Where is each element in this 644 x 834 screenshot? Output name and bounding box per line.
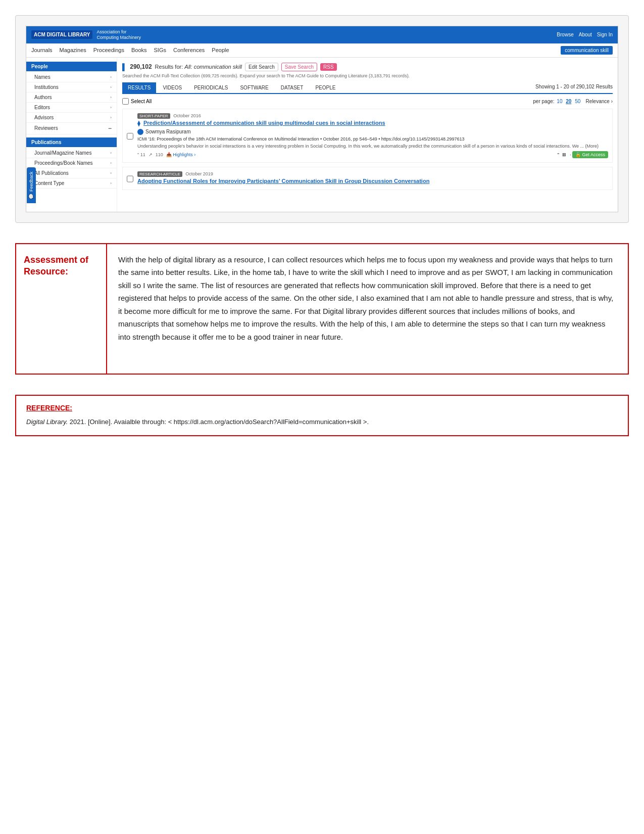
sort-label: Relevance xyxy=(586,99,610,104)
chevron-down-icon: › xyxy=(194,152,195,157)
access-buttons: " ⊞ · 🔓 Get Access xyxy=(558,151,608,158)
acm-logo-text: ACM DIGITAL LIBRARY xyxy=(34,32,90,37)
acm-main-results: ▌ 290,102 Results for: All: communicatio… xyxy=(117,58,618,212)
lock-icon: 🔓 xyxy=(575,152,581,157)
nav-books[interactable]: Books xyxy=(131,47,147,53)
save-search-button[interactable]: Save Search xyxy=(281,63,317,71)
showing-text: Showing 1 - 20 of 290,102 Results xyxy=(535,84,613,89)
highlights-link[interactable]: 📥 Highlights › xyxy=(166,152,196,157)
sidebar-item-reviewers[interactable]: Reviewers − xyxy=(26,123,117,134)
results-header: ▌ 290,102 Results for: All: communicatio… xyxy=(122,63,613,71)
per-page-50[interactable]: 50 xyxy=(575,99,580,104)
result-checkbox[interactable] xyxy=(127,172,133,186)
acm-mainnav: Journals Magazines Proceedings Books SIG… xyxy=(26,43,618,58)
sidebar-item-journal-magazine[interactable]: Journal/Magazine Names › xyxy=(26,148,117,158)
signin-link[interactable]: Sign In xyxy=(597,32,613,37)
result-type-date: RESEARCH-ARTICLE October 2019 xyxy=(137,171,608,176)
assessment-text-col: With the help of digital library as a re… xyxy=(107,244,628,374)
result-metrics: " 11 ↗ 110 📥 Highlights › xyxy=(137,152,195,157)
separator: · xyxy=(570,152,571,157)
tab-dataset[interactable]: DATASET xyxy=(275,82,309,93)
tab-software[interactable]: SOFTWARE xyxy=(234,82,274,93)
sidebar-item-all-publications[interactable]: All Publications › xyxy=(26,168,117,178)
highlights-icon: 📥 xyxy=(166,152,172,157)
result-body: SHORT-PAPER October 2016 ⧫ Prediction/As… xyxy=(137,113,608,159)
nav-magazines[interactable]: Magazines xyxy=(60,47,86,53)
about-link[interactable]: About xyxy=(579,32,592,37)
results-subtext: Searched the ACM Full-Text Collection (6… xyxy=(122,73,613,78)
tab-videos[interactable]: VIDEOS xyxy=(157,82,187,93)
acm-nav-right: Browse About Sign In xyxy=(557,32,613,37)
chevron-icon: › xyxy=(110,115,112,120)
reference-section: REFERENCE: Digital Library. 2021. [Onlin… xyxy=(15,395,629,437)
select-all-checkbox[interactable] xyxy=(122,98,129,105)
chevron-icon: › xyxy=(110,75,112,79)
assessment-title: Assessment of Resource: xyxy=(24,254,98,278)
chevron-icon: › xyxy=(110,181,112,186)
assessment-text: With the help of digital library as a re… xyxy=(118,253,617,344)
results-controls: Select All per page: 10 20 50 Relevance … xyxy=(122,98,613,105)
acm-logo-box: ACM DIGITAL LIBRARY xyxy=(31,30,92,39)
sidebar-item-institutions[interactable]: Institutions › xyxy=(26,82,117,92)
sidebar-item-advisors[interactable]: Advisors › xyxy=(26,113,117,123)
sidebar-item-content-type[interactable]: Content Type › xyxy=(26,178,117,189)
chevron-icon: › xyxy=(110,85,112,89)
result-title[interactable]: Adopting Functional Roles for Improving … xyxy=(137,178,608,184)
acm-sidebar: People Names › Institutions › Authors › … xyxy=(26,58,117,212)
result-type-badge: RESEARCH-ARTICLE xyxy=(137,171,182,177)
nav-conferences[interactable]: Conferences xyxy=(173,47,205,53)
tab-periodicals[interactable]: PERIODICALS xyxy=(188,82,233,93)
per-page-10[interactable]: 10 xyxy=(557,99,562,104)
nav-journals[interactable]: Journals xyxy=(31,47,53,53)
select-all-row: Select All xyxy=(122,98,152,105)
acm-content: People Names › Institutions › Authors › … xyxy=(26,58,618,212)
sidebar-item-proceedings-book[interactable]: Proceedings/Book Names › xyxy=(26,158,117,168)
nav-sigs[interactable]: SIGs xyxy=(154,47,166,53)
sort-chevron-icon: › xyxy=(611,99,613,104)
author-icon xyxy=(137,129,143,135)
get-access-button[interactable]: 🔓 Get Access xyxy=(572,151,608,158)
edit-search-button[interactable]: Edit Search xyxy=(245,63,278,71)
acm-topbar: ACM DIGITAL LIBRARY Association for Comp… xyxy=(26,26,618,43)
acm-mainnav-links: Journals Magazines Proceedings Books SIG… xyxy=(31,47,229,53)
nav-proceedings[interactable]: Proceedings xyxy=(93,47,124,53)
screenshot-container: ACM DIGITAL LIBRARY Association for Comp… xyxy=(15,15,629,223)
nav-people[interactable]: People xyxy=(212,47,229,53)
result-item: RESEARCH-ARTICLE October 2019 Adopting F… xyxy=(122,167,613,190)
acm-logo-subtext: Association for Computing Machinery xyxy=(96,29,141,40)
share-icon: ⊞ xyxy=(562,152,566,157)
browse-link[interactable]: Browse xyxy=(557,32,573,37)
feedback-button[interactable]: 💬 Feedback xyxy=(27,167,36,203)
result-footer: " 11 ↗ 110 📥 Highlights › " xyxy=(137,151,608,158)
results-tabs: RESULTS VIDEOS PERIODICALS SOFTWARE DATA… xyxy=(122,82,613,94)
result-type-date: SHORT-PAPER October 2016 xyxy=(137,113,608,118)
result-type-badge: SHORT-PAPER xyxy=(137,113,170,119)
search-badge: communication skill xyxy=(561,46,613,55)
assessment-label-col: Assessment of Resource: xyxy=(16,244,107,374)
sidebar-item-names[interactable]: Names › xyxy=(26,72,117,82)
tab-results[interactable]: RESULTS xyxy=(122,82,156,93)
chevron-icon: › xyxy=(110,151,112,155)
cite-count: " 11 xyxy=(137,152,145,157)
per-page-row: per page: 10 20 50 Relevance › xyxy=(533,99,613,104)
tab-people[interactable]: PEOPLE xyxy=(310,82,341,93)
sidebar-item-authors[interactable]: Authors › xyxy=(26,92,117,103)
result-author: Sowmya Rasipuram xyxy=(137,129,608,135)
per-page-20[interactable]: 20 xyxy=(566,99,571,104)
results-label: Results for: All: communication skill xyxy=(155,64,242,70)
rss-button[interactable]: RSS xyxy=(320,63,337,71)
sidebar-section-publications: Publications xyxy=(26,137,117,147)
reference-text: Digital Library. 2021. [Online]. Avaialb… xyxy=(26,417,618,428)
result-item: SHORT-PAPER October 2016 ⧫ Prediction/As… xyxy=(122,109,613,163)
chevron-icon: › xyxy=(110,95,112,100)
reference-title: REFERENCE: xyxy=(26,404,618,412)
select-all-label: Select All xyxy=(131,99,152,104)
read-icon: ↗ xyxy=(148,152,153,157)
chevron-icon: › xyxy=(110,171,112,175)
result-checkbox[interactable] xyxy=(127,114,133,159)
result-body: RESEARCH-ARTICLE October 2019 Adopting F… xyxy=(137,171,608,186)
assessment-section: Assessment of Resource: With the help of… xyxy=(15,243,629,375)
quote-icon: " xyxy=(558,152,559,157)
sidebar-item-editors[interactable]: Editors › xyxy=(26,103,117,113)
result-title[interactable]: Prediction/Assessment of communication s… xyxy=(143,120,385,126)
